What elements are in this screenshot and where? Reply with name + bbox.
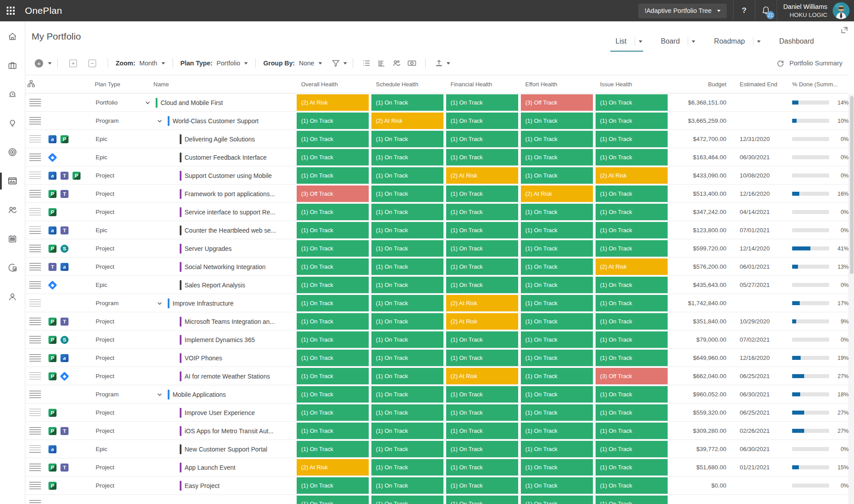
plan-name[interactable]: Implement Dynamics 365 bbox=[185, 336, 255, 343]
teams-icon[interactable]: T bbox=[60, 318, 68, 326]
schedule-health-cell[interactable]: (1) On Track bbox=[371, 423, 443, 439]
financials-button[interactable] bbox=[404, 56, 419, 70]
overall-health-cell[interactable]: (1) On Track bbox=[297, 204, 369, 220]
chevron-down-icon[interactable] bbox=[48, 62, 52, 65]
budget-cell[interactable]: $576,200.00 bbox=[670, 258, 729, 276]
schedule-health-cell[interactable]: (1) On Track bbox=[371, 167, 443, 184]
drag-handle-icon[interactable] bbox=[29, 299, 41, 307]
project-icon[interactable]: P bbox=[48, 336, 56, 344]
estimated-end-cell[interactable]: 12/14/2020 bbox=[729, 239, 781, 258]
schedule-health-cell[interactable]: (1) On Track bbox=[371, 222, 443, 238]
jira-icon[interactable] bbox=[48, 280, 57, 290]
issue-health-cell[interactable]: (1) On Track bbox=[596, 331, 668, 348]
plan-type-select[interactable]: Plan Type: Portfolio bbox=[179, 60, 250, 67]
plan-name[interactable]: iOS Apps for Metro Transit Aut... bbox=[185, 427, 274, 435]
effort-health-cell[interactable]: (1) On Track bbox=[521, 368, 593, 384]
schedule-health-cell[interactable]: (1) On Track bbox=[371, 185, 443, 202]
chevron-down-icon[interactable] bbox=[157, 392, 168, 397]
sidebar-item-home[interactable] bbox=[0, 31, 25, 42]
overall-health-cell[interactable]: (1) On Track bbox=[297, 277, 369, 293]
effort-health-cell[interactable]: (1) On Track bbox=[521, 331, 593, 348]
drag-handle-icon[interactable] bbox=[29, 445, 41, 453]
effort-health-cell[interactable]: (1) On Track bbox=[521, 149, 593, 165]
drag-handle-icon[interactable] bbox=[29, 99, 41, 106]
tab-roadmap[interactable]: Roadmap bbox=[709, 32, 761, 52]
plan-name[interactable]: New Customer Support Portal bbox=[185, 446, 267, 453]
schedule-health-cell[interactable]: (1) On Track bbox=[371, 295, 443, 311]
budget-cell[interactable]: $163,464.00 bbox=[670, 148, 729, 166]
filter-button[interactable] bbox=[328, 56, 343, 70]
project-icon[interactable]: P bbox=[48, 245, 56, 253]
effort-health-cell[interactable]: (1) On Track bbox=[521, 313, 593, 330]
overall-health-cell[interactable]: (1) On Track bbox=[297, 423, 369, 439]
drag-handle-icon[interactable] bbox=[29, 391, 41, 398]
chevron-down-icon[interactable] bbox=[157, 118, 168, 124]
budget-cell[interactable]: $0.00 bbox=[670, 476, 729, 495]
drag-handle-icon[interactable] bbox=[29, 117, 41, 125]
jira-icon[interactable] bbox=[48, 153, 57, 162]
financial-health-cell[interactable]: (1) On Track bbox=[446, 149, 518, 165]
scrollbar-thumb[interactable] bbox=[850, 96, 854, 274]
plan-name[interactable]: Delivering Agile Solutions bbox=[185, 136, 255, 143]
issue-health-cell[interactable]: (1) On Track bbox=[596, 404, 668, 421]
hierarchy-column-header[interactable] bbox=[25, 80, 45, 89]
overall-health-cell[interactable]: (1) On Track bbox=[297, 295, 369, 311]
overall-health-cell[interactable]: (2) At Risk bbox=[297, 459, 369, 476]
plan-name[interactable]: AI for remote Weather Stations bbox=[185, 373, 270, 380]
drag-handle-icon[interactable] bbox=[29, 318, 41, 325]
project-icon[interactable]: P bbox=[48, 208, 56, 216]
project-icon[interactable]: P bbox=[48, 190, 56, 198]
budget-cell[interactable]: $649,960.00 bbox=[670, 349, 729, 367]
drag-handle-icon[interactable] bbox=[29, 427, 41, 435]
column-header-schedule-health[interactable]: Schedule Health bbox=[371, 81, 446, 88]
portfolio-selector-dropdown[interactable]: !Adaptive Portfolio Tree bbox=[638, 4, 727, 18]
drag-handle-icon[interactable] bbox=[29, 263, 41, 270]
estimated-end-cell[interactable] bbox=[729, 495, 781, 504]
financial-health-cell[interactable]: (1) On Track bbox=[446, 131, 518, 147]
project-icon[interactable]: P bbox=[48, 409, 56, 417]
budget-cell[interactable]: $347,242.00 bbox=[670, 203, 729, 221]
sidebar-item-work[interactable] bbox=[0, 60, 25, 71]
budget-cell[interactable] bbox=[670, 495, 729, 504]
plan-name[interactable]: Counter the Heartbleed web se... bbox=[185, 227, 276, 234]
project-icon[interactable]: P bbox=[48, 318, 56, 326]
blue-app-icon[interactable]: a bbox=[48, 135, 56, 143]
drag-handle-icon[interactable] bbox=[29, 500, 41, 504]
estimated-end-cell[interactable]: 04/14/2021 bbox=[729, 203, 781, 221]
sidebar-item-schedule[interactable] bbox=[0, 234, 25, 244]
expand-view-button[interactable] bbox=[841, 27, 848, 35]
financial-health-cell[interactable]: (1) On Track bbox=[446, 423, 518, 439]
financial-health-cell[interactable]: (1) On Track bbox=[446, 222, 518, 238]
budget-cell[interactable]: $662,040.00 bbox=[670, 367, 729, 385]
budget-cell[interactable]: $309,280.00 bbox=[670, 422, 729, 440]
overall-health-cell[interactable]: (1) On Track bbox=[297, 404, 369, 421]
budget-cell[interactable]: $351,840.00 bbox=[670, 312, 729, 331]
overall-health-cell[interactable]: (1) On Track bbox=[297, 131, 369, 147]
sharepoint-icon[interactable]: S bbox=[60, 336, 68, 344]
project-icon[interactable]: P bbox=[48, 482, 56, 490]
vertical-scrollbar[interactable] bbox=[849, 94, 854, 504]
financial-health-cell[interactable]: (2) At Risk bbox=[446, 295, 518, 311]
drag-handle-icon[interactable] bbox=[29, 336, 41, 343]
budget-cell[interactable]: $435,643.00 bbox=[670, 276, 729, 294]
sidebar-item-portfolios[interactable] bbox=[0, 176, 25, 186]
budget-cell[interactable]: $599,720.00 bbox=[670, 239, 729, 258]
issue-health-cell[interactable]: (1) On Track bbox=[596, 423, 668, 439]
estimated-end-cell[interactable]: 06/30/2021 bbox=[729, 148, 781, 166]
issue-health-cell[interactable]: (1) On Track bbox=[596, 459, 668, 476]
chevron-down-icon[interactable] bbox=[343, 62, 347, 65]
schedule-health-cell[interactable]: (1) On Track bbox=[371, 277, 443, 293]
budget-cell[interactable]: $123,800.00 bbox=[670, 221, 729, 239]
overall-health-cell[interactable]: (2) At Risk bbox=[297, 94, 369, 111]
overall-health-cell[interactable]: (1) On Track bbox=[297, 331, 369, 348]
issue-health-cell[interactable]: (1) On Track bbox=[596, 149, 668, 165]
schedule-health-cell[interactable]: (1) On Track bbox=[371, 350, 443, 366]
estimated-end-cell[interactable]: 02/26/2021 bbox=[729, 422, 781, 440]
effort-health-cell[interactable]: (1) On Track bbox=[521, 477, 593, 494]
issue-health-cell[interactable]: (1) On Track bbox=[596, 441, 668, 457]
blue-app-icon[interactable]: a bbox=[48, 172, 56, 180]
issue-health-cell[interactable]: (1) On Track bbox=[596, 94, 668, 111]
teams-icon[interactable]: T bbox=[60, 190, 68, 198]
issue-health-cell[interactable]: (1) On Track bbox=[596, 204, 668, 220]
schedule-health-cell[interactable]: (1) On Track bbox=[371, 496, 443, 504]
